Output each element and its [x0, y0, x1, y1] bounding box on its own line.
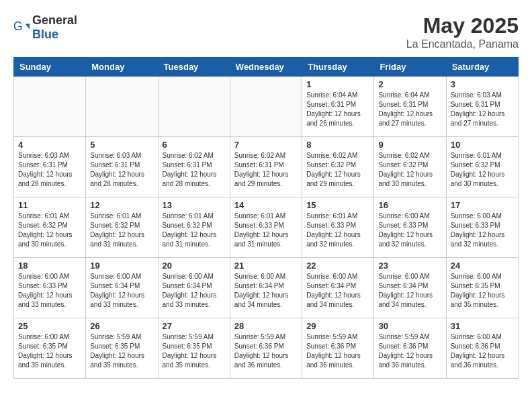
day-info: Sunrise: 5:59 AMSunset: 6:35 PMDaylight:…: [163, 332, 226, 370]
day-info: Sunrise: 5:59 AMSunset: 6:35 PMDaylight:…: [90, 332, 153, 370]
calendar-cell: 23Sunrise: 6:00 AMSunset: 6:34 PMDayligh…: [374, 258, 446, 318]
logo: G General Blue: [13, 13, 77, 42]
calendar-cell: 7Sunrise: 6:02 AMSunset: 6:31 PMDaylight…: [230, 137, 302, 197]
calendar-cell: 18Sunrise: 6:00 AMSunset: 6:33 PMDayligh…: [14, 258, 86, 318]
day-number: 6: [163, 140, 226, 150]
day-number: 26: [90, 321, 153, 331]
calendar-cell: 8Sunrise: 6:02 AMSunset: 6:32 PMDaylight…: [302, 137, 374, 197]
day-number: 29: [306, 321, 369, 331]
calendar-cell: 28Sunrise: 5:59 AMSunset: 6:36 PMDayligh…: [230, 318, 302, 379]
day-info: Sunrise: 6:00 AMSunset: 6:34 PMDaylight:…: [90, 272, 153, 310]
week-row-2: 4Sunrise: 6:03 AMSunset: 6:31 PMDaylight…: [14, 137, 519, 197]
day-number: 3: [451, 79, 514, 89]
day-info: Sunrise: 6:00 AMSunset: 6:34 PMDaylight:…: [378, 272, 441, 310]
svg-marker-1: [26, 24, 30, 29]
calendar-cell: 5Sunrise: 6:03 AMSunset: 6:31 PMDaylight…: [86, 137, 158, 197]
calendar-cell: 10Sunrise: 6:01 AMSunset: 6:32 PMDayligh…: [446, 137, 518, 197]
day-info: Sunrise: 6:00 AMSunset: 6:34 PMDaylight:…: [306, 272, 369, 310]
week-row-5: 25Sunrise: 6:00 AMSunset: 6:35 PMDayligh…: [14, 318, 519, 379]
day-info: Sunrise: 6:00 AMSunset: 6:33 PMDaylight:…: [378, 212, 441, 249]
week-row-1: 1Sunrise: 6:04 AMSunset: 6:31 PMDaylight…: [14, 77, 519, 137]
location-title: La Encantada, Panama: [406, 38, 519, 50]
calendar-cell: 15Sunrise: 6:01 AMSunset: 6:33 PMDayligh…: [302, 197, 374, 258]
calendar-cell: 25Sunrise: 6:00 AMSunset: 6:35 PMDayligh…: [14, 318, 86, 379]
day-number: 27: [163, 321, 226, 331]
calendar-cell: 3Sunrise: 6:03 AMSunset: 6:31 PMDaylight…: [446, 77, 518, 137]
day-number: 15: [306, 200, 369, 210]
calendar-cell: 19Sunrise: 6:00 AMSunset: 6:34 PMDayligh…: [86, 258, 158, 318]
col-header-tuesday: Tuesday: [158, 58, 230, 77]
svg-text:G: G: [13, 19, 23, 33]
day-number: 2: [378, 79, 441, 89]
calendar-cell: 4Sunrise: 6:03 AMSunset: 6:31 PMDaylight…: [14, 137, 86, 197]
day-info: Sunrise: 5:59 AMSunset: 6:36 PMDaylight:…: [234, 332, 298, 370]
day-number: 7: [234, 140, 298, 150]
calendar-cell: [158, 77, 230, 137]
day-info: Sunrise: 6:00 AMSunset: 6:35 PMDaylight:…: [18, 332, 81, 370]
day-number: 8: [306, 140, 369, 150]
calendar-cell: [230, 77, 302, 137]
day-info: Sunrise: 6:00 AMSunset: 6:33 PMDaylight:…: [18, 272, 81, 310]
week-row-4: 18Sunrise: 6:00 AMSunset: 6:33 PMDayligh…: [14, 258, 519, 318]
day-info: Sunrise: 5:59 AMSunset: 6:36 PMDaylight:…: [378, 332, 441, 370]
col-header-thursday: Thursday: [302, 58, 374, 77]
calendar-cell: 14Sunrise: 6:01 AMSunset: 6:33 PMDayligh…: [230, 197, 302, 258]
calendar-header-row: SundayMondayTuesdayWednesdayThursdayFrid…: [14, 58, 519, 77]
calendar-cell: 26Sunrise: 5:59 AMSunset: 6:35 PMDayligh…: [86, 318, 158, 379]
month-title: May 2025: [406, 13, 519, 38]
day-number: 25: [18, 321, 81, 331]
calendar-cell: 30Sunrise: 5:59 AMSunset: 6:36 PMDayligh…: [374, 318, 446, 379]
calendar-cell: 1Sunrise: 6:04 AMSunset: 6:31 PMDaylight…: [302, 77, 374, 137]
day-info: Sunrise: 6:02 AMSunset: 6:31 PMDaylight:…: [234, 151, 298, 189]
calendar-cell: 12Sunrise: 6:01 AMSunset: 6:32 PMDayligh…: [86, 197, 158, 258]
calendar-cell: 27Sunrise: 5:59 AMSunset: 6:35 PMDayligh…: [158, 318, 230, 379]
day-number: 17: [451, 200, 514, 210]
calendar-table: SundayMondayTuesdayWednesdayThursdayFrid…: [13, 57, 519, 379]
calendar-cell: 22Sunrise: 6:00 AMSunset: 6:34 PMDayligh…: [302, 258, 374, 318]
col-header-monday: Monday: [86, 58, 158, 77]
calendar-cell: 13Sunrise: 6:01 AMSunset: 6:32 PMDayligh…: [158, 197, 230, 258]
calendar-cell: [86, 77, 158, 137]
day-info: Sunrise: 6:03 AMSunset: 6:31 PMDaylight:…: [451, 91, 514, 128]
calendar-cell: [14, 77, 86, 137]
day-info: Sunrise: 6:01 AMSunset: 6:32 PMDaylight:…: [18, 212, 81, 249]
day-info: Sunrise: 6:02 AMSunset: 6:32 PMDaylight:…: [306, 151, 369, 189]
day-number: 11: [18, 200, 81, 210]
day-info: Sunrise: 6:03 AMSunset: 6:31 PMDaylight:…: [90, 151, 153, 189]
logo-icon: G: [13, 19, 30, 36]
logo-blue: Blue: [32, 28, 58, 41]
day-number: 4: [18, 140, 81, 150]
day-number: 13: [163, 200, 226, 210]
calendar-cell: 21Sunrise: 6:00 AMSunset: 6:34 PMDayligh…: [230, 258, 302, 318]
calendar-cell: 17Sunrise: 6:00 AMSunset: 6:33 PMDayligh…: [446, 197, 518, 258]
day-number: 30: [378, 321, 441, 331]
day-info: Sunrise: 6:00 AMSunset: 6:34 PMDaylight:…: [234, 272, 298, 310]
calendar-cell: 11Sunrise: 6:01 AMSunset: 6:32 PMDayligh…: [14, 197, 86, 258]
day-number: 22: [306, 261, 369, 271]
calendar-cell: 20Sunrise: 6:00 AMSunset: 6:34 PMDayligh…: [158, 258, 230, 318]
day-info: Sunrise: 6:04 AMSunset: 6:31 PMDaylight:…: [306, 91, 369, 128]
day-number: 14: [234, 200, 298, 210]
page-header: G General Blue May 2025 La Encantada, Pa…: [13, 13, 519, 50]
day-number: 24: [451, 261, 514, 271]
calendar-cell: 24Sunrise: 6:00 AMSunset: 6:35 PMDayligh…: [446, 258, 518, 318]
day-number: 12: [90, 200, 153, 210]
day-info: Sunrise: 6:00 AMSunset: 6:34 PMDaylight:…: [163, 272, 226, 310]
calendar-cell: 2Sunrise: 6:04 AMSunset: 6:31 PMDaylight…: [374, 77, 446, 137]
day-info: Sunrise: 6:04 AMSunset: 6:31 PMDaylight:…: [378, 91, 441, 128]
day-number: 16: [378, 200, 441, 210]
day-number: 31: [451, 321, 514, 331]
week-row-3: 11Sunrise: 6:01 AMSunset: 6:32 PMDayligh…: [14, 197, 519, 258]
day-info: Sunrise: 6:00 AMSunset: 6:36 PMDaylight:…: [451, 332, 514, 370]
col-header-wednesday: Wednesday: [230, 58, 302, 77]
calendar-cell: 16Sunrise: 6:00 AMSunset: 6:33 PMDayligh…: [374, 197, 446, 258]
title-block: May 2025 La Encantada, Panama: [406, 13, 519, 50]
day-info: Sunrise: 6:01 AMSunset: 6:33 PMDaylight:…: [234, 212, 298, 249]
day-info: Sunrise: 6:02 AMSunset: 6:31 PMDaylight:…: [163, 151, 226, 189]
day-info: Sunrise: 6:01 AMSunset: 6:32 PMDaylight:…: [90, 212, 153, 249]
col-header-sunday: Sunday: [14, 58, 86, 77]
day-number: 9: [378, 140, 441, 150]
day-number: 20: [163, 261, 226, 271]
calendar-cell: 29Sunrise: 5:59 AMSunset: 6:36 PMDayligh…: [302, 318, 374, 379]
day-number: 23: [378, 261, 441, 271]
